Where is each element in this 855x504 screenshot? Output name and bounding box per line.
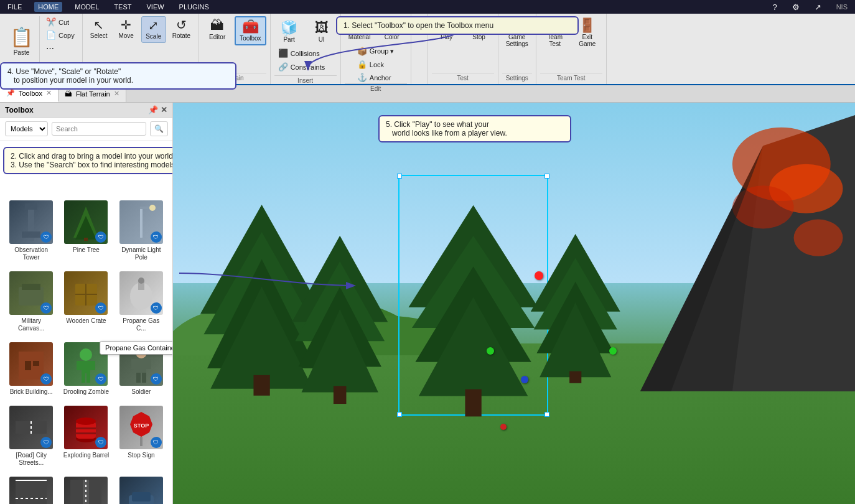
menu-file[interactable]: FILE — [5, 2, 24, 12]
item-badge: 🛡 — [40, 302, 52, 314]
toolbox-pin-btn[interactable]: 📌 — [148, 105, 158, 114]
play-button[interactable]: ▶ Play — [432, 16, 462, 43]
svg-rect-28 — [131, 359, 136, 369]
svg-rect-42 — [16, 480, 47, 504]
lock-button[interactable]: 🔒 Lock — [353, 58, 398, 70]
off-roader-thumb: 🛡 — [119, 477, 163, 504]
menu-test[interactable]: TEST — [111, 2, 134, 12]
edit-more-button[interactable]: ⋯ — [415, 16, 424, 28]
item-label: Soldier — [131, 388, 151, 396]
color-button[interactable]: 🎨 Color — [377, 16, 407, 43]
help-icon[interactable]: ? — [770, 1, 779, 13]
list-item[interactable]: 🛡 Off-Roader — [115, 473, 167, 504]
item-badge: 🛡 — [151, 231, 162, 243]
menu-model[interactable]: MODEL — [72, 2, 101, 12]
toolbox-icon: 🧰 — [242, 20, 259, 34]
copy-button[interactable]: 📄 Copy — [42, 29, 78, 41]
window-title: NIS — [834, 2, 850, 12]
editor-button[interactable]: 🏔 Editor — [202, 16, 232, 43]
list-item[interactable]: 🛡 [Road Pack] — [5, 473, 57, 504]
svg-point-36 — [76, 418, 96, 425]
menu-plugins[interactable]: PLUGINS — [177, 2, 212, 12]
scale-button[interactable]: ⤢ Scale — [141, 16, 166, 43]
svg-rect-21 — [82, 361, 90, 373]
exploding-barrel-thumb: 🛡 — [64, 406, 108, 449]
select-button[interactable]: ↖ Select — [86, 16, 111, 42]
ui-button[interactable]: 🖼 UI — [307, 19, 337, 45]
handle-bl — [397, 412, 402, 417]
paste-icon: 📋 — [10, 26, 33, 48]
tab-toolbox[interactable]: 📌 Toolbox ✕ — [0, 85, 58, 102]
item-badge: 🛡 — [95, 302, 106, 314]
svg-rect-38 — [76, 432, 96, 434]
viewport[interactable]: 5. Click "Play" to see what your world l… — [173, 103, 855, 504]
list-item[interactable]: 🛡 [Road Pack] — [60, 473, 112, 504]
main-area: Toolbox 📌 ✕ ModelsDecalsAudioMeshesPlugi… — [0, 103, 855, 504]
pine-tree-thumb: 🛡 — [64, 200, 108, 244]
tab-flat-terrain[interactable]: 🏔 Flat Terrain ✕ — [58, 85, 126, 102]
exit-game-button[interactable]: 🚪 ExitGame — [572, 16, 602, 50]
lock-icon: 🔒 — [357, 60, 367, 69]
rotate-button[interactable]: ↺ Rotate — [169, 16, 194, 42]
copy-icon: 📄 — [46, 30, 56, 40]
group-button[interactable]: 📦 Group ▾ — [353, 45, 398, 57]
list-item[interactable]: 🛡 [Road] City Streets... — [5, 402, 57, 470]
share-icon[interactable]: ↗ — [812, 1, 824, 13]
list-item[interactable]: 🛡 Dynamic Light Pole — [115, 197, 167, 265]
tree-center-selected — [405, 191, 541, 424]
anchor-button[interactable]: ⚓ Anchor — [353, 72, 398, 83]
clipboard-extra[interactable]: ⋯ — [42, 42, 78, 54]
ribbon-section-edit-extra: ⋯ — [411, 14, 428, 84]
tab-flat-terrain-close[interactable]: ✕ — [114, 90, 119, 98]
settings-icon[interactable]: ⚙ — [790, 1, 802, 13]
list-item[interactable]: 🛡 Drooling Zombie — [60, 338, 112, 399]
insert-label: Insert — [274, 75, 337, 84]
paste-button[interactable]: 📋 Paste — [4, 16, 40, 66]
item-label: Stop Sign — [128, 452, 154, 459]
list-item[interactable]: 🛡 Military Canvas... — [5, 268, 57, 336]
road-city-streets-thumb: 🛡 — [9, 406, 53, 449]
collisions-button[interactable]: ⬛ Collisions — [274, 47, 337, 59]
list-item[interactable]: 🛡 Brick Building... — [5, 338, 57, 399]
category-select[interactable]: ModelsDecalsAudioMeshesPlugins — [5, 121, 48, 136]
item-label: Military Canvas... — [7, 317, 55, 332]
constraints-icon: 🔗 — [278, 62, 288, 72]
move-button[interactable]: ✛ Move — [114, 16, 139, 42]
list-item[interactable]: STOP 🛡 Stop Sign — [115, 402, 167, 470]
handle-sphere-red-top — [535, 271, 543, 280]
search-input[interactable] — [52, 122, 146, 136]
list-item[interactable]: 🛡 Propane Gas Container Propane Gas C... — [115, 268, 167, 336]
item-badge: 🛡 — [40, 231, 52, 243]
svg-rect-6 — [140, 207, 142, 238]
item-label: [Road] City Streets... — [7, 452, 55, 467]
cut-button[interactable]: ✂️ Cut — [42, 16, 78, 28]
item-badge: 🛡 — [95, 437, 106, 448]
toolbox-close-btn[interactable]: ✕ — [161, 105, 167, 114]
ribbon-section-clipboard: 📋 Paste ✂️ Cut 📄 Copy ⋯ — [0, 14, 83, 84]
svg-point-20 — [80, 348, 92, 361]
constraints-button[interactable]: 🔗 Constraints — [274, 61, 337, 73]
item-label: Pine Tree — [73, 246, 100, 254]
menu-view[interactable]: VIEW — [144, 2, 166, 12]
list-item[interactable]: 🛡 Pine Tree — [60, 197, 112, 265]
list-item[interactable]: 🛡 Soldier — [115, 338, 167, 399]
part-button[interactable]: 🧊 Part — [274, 19, 304, 45]
svg-rect-37 — [76, 427, 96, 429]
stop-button[interactable]: ⏹ Stop — [464, 16, 494, 43]
list-item[interactable]: 🛡 Observation Tower — [5, 197, 57, 265]
list-item[interactable]: 🛡 Wooden Crate — [60, 268, 112, 336]
game-settings-icon: ⚙ — [511, 19, 523, 32]
menu-home[interactable]: HOME — [34, 2, 62, 12]
ribbon-section-terrain: 🏔 Editor 🧰 Toolbox Terrain — [199, 14, 270, 84]
list-item[interactable]: 🛡 Exploding Barrel — [60, 402, 112, 470]
material-button[interactable]: 🎨 Material — [345, 16, 375, 43]
ribbon-section-team-test: 👥 TeamTest 🚪 ExitGame Team Test — [536, 14, 607, 84]
edit-sub-rows: 📦 Group ▾ 🔒 Lock ⚓ Anchor — [353, 45, 398, 83]
tab-toolbox-close[interactable]: ✕ — [46, 89, 52, 97]
clipboard-label: Clipboard — [4, 73, 78, 82]
toolbox-button[interactable]: 🧰 Toolbox — [235, 16, 266, 45]
search-button[interactable]: 🔍 — [150, 121, 168, 136]
toolbox-header-icons: 📌 ✕ — [148, 105, 167, 114]
team-test-button[interactable]: 👥 TeamTest — [540, 16, 570, 50]
game-settings-button[interactable]: ⚙ GameSettings — [502, 16, 532, 50]
